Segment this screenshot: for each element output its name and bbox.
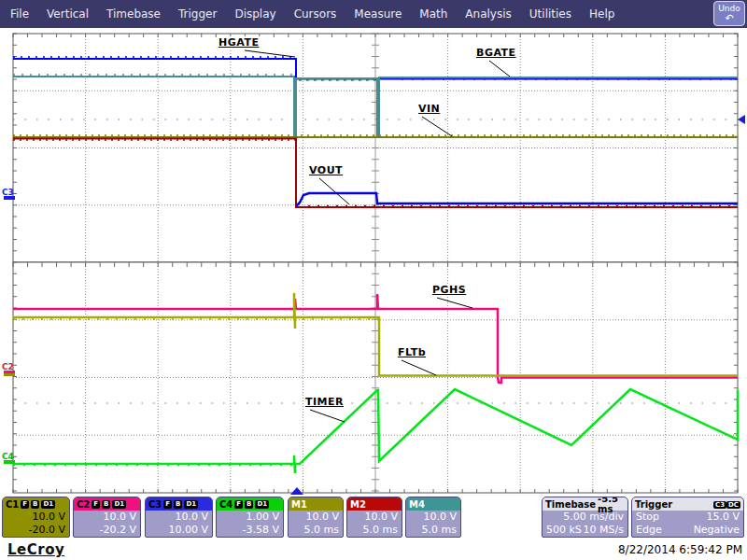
- badge-d1: D1: [184, 500, 198, 509]
- channel-id: C2: [77, 499, 90, 510]
- timebase-header: Timebase -5.5 ms: [543, 497, 627, 511]
- channel-marker-c2: C2: [2, 362, 14, 371]
- channel-value: -3.58 V: [217, 524, 283, 537]
- channel-id: C3: [148, 499, 162, 510]
- descriptor-header-m4: M4: [406, 497, 460, 511]
- descriptor-header-c3: C3FBD1: [146, 497, 212, 511]
- badge-d1: D1: [255, 500, 269, 509]
- trace-label-hgate: HGATE: [217, 36, 261, 49]
- badge-b: B: [174, 500, 182, 509]
- badge-d1: D1: [112, 500, 126, 509]
- trace-label-fltb: FLTb: [396, 346, 428, 358]
- channel-id: M4: [409, 499, 425, 510]
- badge-f: F: [21, 500, 29, 509]
- trigger-badge-c3: C3: [713, 501, 726, 509]
- trigger-mode: Stop: [636, 511, 659, 524]
- descriptor-header-m1: M1: [289, 497, 343, 511]
- badge-b: B: [245, 500, 253, 509]
- channel-value: 10.0 V: [347, 511, 402, 524]
- timebase-rate: 10 MS/s: [584, 524, 624, 537]
- trigger-level: 15.0 V: [706, 511, 740, 524]
- descriptor-c1[interactable]: C1FBD110.0 V-20.0 V: [2, 497, 70, 538]
- badge-b: B: [31, 500, 39, 509]
- descriptor-m2[interactable]: M210.0 V5.0 ms: [346, 497, 402, 538]
- trace-label-vin: VIN: [416, 103, 442, 115]
- trigger-title: Trigger: [635, 499, 672, 510]
- descriptor-c3[interactable]: C3FBD110.0 V10.00 V: [145, 497, 213, 538]
- channel-value: 10.0 V: [3, 511, 69, 524]
- trace-label-timer: TIMER: [303, 396, 345, 408]
- trigger-level-arrow: [738, 115, 745, 124]
- badge-f: F: [234, 500, 243, 509]
- trigger-badges: C3DC: [713, 498, 740, 510]
- channel-value: 5.0 ms: [406, 524, 460, 537]
- channel-id: C1: [6, 499, 19, 510]
- trigger-badge-dc: DC: [726, 501, 740, 509]
- lecroy-logo: LeCroy: [7, 541, 64, 558]
- channel-id: M1: [291, 499, 307, 510]
- badge-f: F: [163, 500, 172, 509]
- channel-value: 5.0 ms: [289, 524, 343, 537]
- timebase-title: Timebase: [545, 499, 596, 510]
- badge-d1: D1: [41, 500, 55, 509]
- channel-marker-c4: C4: [2, 452, 14, 461]
- descriptor-c4[interactable]: C4FBD11.00 V-3.58 V: [216, 497, 284, 538]
- descriptor-m4[interactable]: M410.0 V5.0 ms: [405, 497, 461, 538]
- trigger-header: Trigger C3DC: [632, 497, 743, 511]
- trigger-type: Edge: [636, 524, 662, 537]
- channel-value: 10.0 V: [74, 511, 140, 524]
- datetime-label: 8/22/2014 6:59:42 PM: [618, 543, 742, 556]
- channel-marker-c3: C3: [2, 188, 14, 197]
- channel-value: 5.0 ms: [347, 524, 402, 537]
- channel-value: 10.0 V: [146, 511, 212, 524]
- timebase-samples: 500 kS: [546, 524, 582, 537]
- trace-label-vout: VOUT: [307, 164, 345, 176]
- descriptor-header-c2: C2FBD1: [74, 497, 140, 511]
- oscilloscope-screen: { "menu": { "items": ["File","Vertical",…: [0, 0, 747, 560]
- trigger-slope: Negative: [694, 524, 740, 537]
- channel-id: C4: [219, 499, 233, 510]
- descriptor-c2[interactable]: C2FBD110.0 V-20.2 V: [73, 497, 141, 538]
- channel-value: 10.0 V: [289, 511, 343, 524]
- waveform-plot: C3C2C4: [0, 0, 747, 560]
- badge-b: B: [102, 500, 110, 509]
- descriptor-m1[interactable]: M110.0 V5.0 ms: [288, 497, 344, 538]
- channel-value: -20.0 V: [3, 524, 69, 537]
- channel-value: -20.2 V: [74, 524, 140, 537]
- timebase-box[interactable]: Timebase -5.5 ms 5.00 ms/div 500 kS 10 M…: [542, 497, 628, 538]
- trace-label-bgate: BGATE: [474, 47, 518, 59]
- trigger-box[interactable]: Trigger C3DC Stop 15.0 V Edge Negative: [631, 497, 744, 538]
- channel-value: 1.00 V: [217, 511, 283, 524]
- channel-value: 10.0 V: [406, 511, 460, 524]
- timebase-scale: 5.00 ms/div: [543, 511, 627, 524]
- descriptor-header-c1: C1FBD1: [3, 497, 69, 511]
- channel-value: 10.00 V: [146, 524, 212, 537]
- footer: LeCroy 8/22/2014 6:59:42 PM: [0, 539, 747, 560]
- badge-f: F: [92, 500, 100, 509]
- descriptor-header-m2: M2: [347, 497, 402, 511]
- trace-label-pghs: PGHS: [430, 284, 468, 296]
- channel-id: M2: [350, 499, 366, 510]
- descriptor-header-c4: C4FBD1: [217, 497, 283, 511]
